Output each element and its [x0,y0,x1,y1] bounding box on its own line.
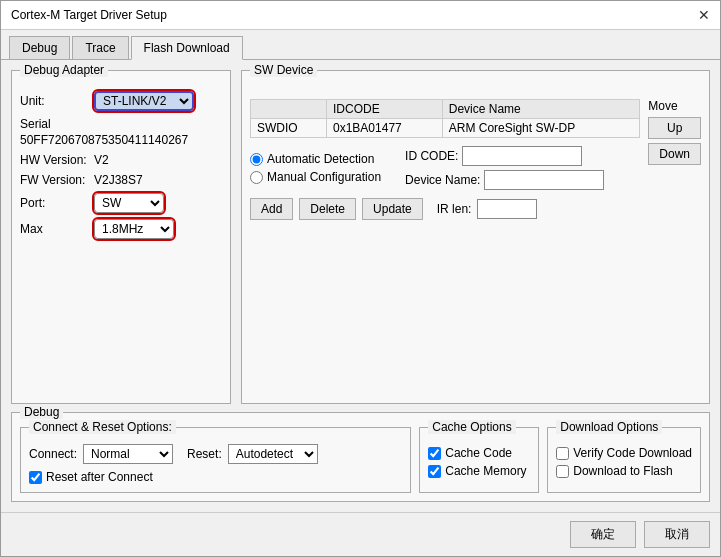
unit-row: Unit: ST-LINK/V2 ST-LINK/V3 [20,91,222,111]
move-down-button[interactable]: Down [648,143,701,165]
connect-reset-title: Connect & Reset Options: [29,420,176,434]
move-label: Move [648,99,701,113]
ok-button[interactable]: 确定 [570,521,636,548]
debug-group-title: Debug [20,405,63,419]
download-options-group: Download Options Verify Code Download Do… [547,427,701,493]
reset-select[interactable]: Autodetect SW Reset HW Reset [228,444,318,464]
sw-device-group: SW Device IDCODE Device Name [241,70,710,404]
idcode-value: 0x1BA01477 [327,119,443,138]
serial-label: Serial [20,117,51,131]
max-select[interactable]: 1.8MHz 3.6MHz 7.2MHz [94,219,174,239]
sw-device-table-wrap: IDCODE Device Name SWDIO 0x1BA01477 ARM … [250,85,640,220]
reset-label: Reset: [187,447,222,461]
cache-options-group: Cache Options Cache Code Cache Memory [419,427,539,493]
id-code-input[interactable] [462,146,582,166]
move-up-button[interactable]: Up [648,117,701,139]
sw-device-inner: IDCODE Device Name SWDIO 0x1BA01477 ARM … [250,85,701,220]
device-name-row: Device Name: [405,170,604,190]
cache-code-checkbox[interactable] [428,447,441,460]
hw-version-row: HW Version: V2 [20,153,222,167]
col-device-name: Device Name [442,100,640,119]
ir-len-label: IR len: [437,202,472,216]
col-idcode: IDCODE [327,100,443,119]
verify-code-label: Verify Code Download [573,446,692,460]
tab-flash-download[interactable]: Flash Download [131,36,243,60]
port-label: Port: [20,196,90,210]
id-code-row: ID CODE: [405,146,604,166]
connect-label: Connect: [29,447,77,461]
fw-version-row: FW Version: V2J38S7 [20,173,222,187]
move-buttons: Move Up Down [648,99,701,220]
serial-value: 50FF720670875350411140267 [20,133,188,147]
auto-detection-row: Automatic Detection [250,152,381,166]
verify-code-row: Verify Code Download [556,446,692,460]
reset-after-connect-label: Reset after Connect [46,470,153,484]
download-to-flash-checkbox[interactable] [556,465,569,478]
download-options-title: Download Options [556,420,662,434]
serial-value-row: 50FF720670875350411140267 [20,133,222,147]
table-row: SWDIO 0x1BA01477 ARM CoreSight SW-DP [251,119,640,138]
cache-options-title: Cache Options [428,420,515,434]
hw-version-label: HW Version: [20,153,90,167]
tab-trace[interactable]: Trace [72,36,128,59]
connect-reset-section: Connect & Reset Options: Connect: Normal… [20,427,411,493]
manual-config-radio[interactable] [250,171,263,184]
debug-adapter-group: Debug Adapter Unit: ST-LINK/V2 ST-LINK/V… [11,70,231,404]
port-select[interactable]: SW JTAG [94,193,164,213]
debug-group: Debug Connect & Reset Options: Connect: … [11,412,710,502]
max-row: Max 1.8MHz 3.6MHz 7.2MHz [20,219,222,239]
auto-manual-row: Automatic Detection Manual Configuration… [250,146,640,190]
device-name-value: ARM CoreSight SW-DP [442,119,640,138]
connect-reset-row: Connect: Normal under Reset with Pre-res… [29,444,402,464]
auto-detection-label: Automatic Detection [267,152,374,166]
swdio-label: SWDIO [251,119,327,138]
serial-row: Serial [20,117,222,131]
fw-version-value: V2J38S7 [94,173,143,187]
window-title: Cortex-M Target Driver Setup [11,8,167,22]
sw-device-table: IDCODE Device Name SWDIO 0x1BA01477 ARM … [250,99,640,138]
download-to-flash-label: Download to Flash [573,464,672,478]
id-code-label: ID CODE: [405,149,458,163]
cache-code-row: Cache Code [428,446,530,460]
connect-select[interactable]: Normal under Reset with Pre-reset [83,444,173,464]
close-button[interactable]: ✕ [698,7,710,23]
unit-label: Unit: [20,94,90,108]
id-device-group: ID CODE: Device Name: [405,146,604,190]
unit-select[interactable]: ST-LINK/V2 ST-LINK/V3 [94,91,194,111]
port-row: Port: SW JTAG [20,193,222,213]
sw-device-title: SW Device [250,63,317,77]
main-content: Debug Adapter Unit: ST-LINK/V2 ST-LINK/V… [1,60,720,512]
reset-after-connect-checkbox[interactable] [29,471,42,484]
hw-version-value: V2 [94,153,109,167]
cache-code-label: Cache Code [445,446,512,460]
tab-debug[interactable]: Debug [9,36,70,59]
reset-after-row: Reset after Connect [29,470,402,484]
manual-config-row: Manual Configuration [250,170,381,184]
device-name-input[interactable] [484,170,604,190]
tab-bar: Debug Trace Flash Download [1,30,720,60]
button-row: Add Delete Update IR len: [250,198,640,220]
main-window: Cortex-M Target Driver Setup ✕ Debug Tra… [0,0,721,557]
debug-adapter-title: Debug Adapter [20,63,108,77]
manual-config-label: Manual Configuration [267,170,381,184]
cache-memory-label: Cache Memory [445,464,526,478]
add-button[interactable]: Add [250,198,293,220]
ir-len-input[interactable] [477,199,537,219]
radio-group: Automatic Detection Manual Configuration [250,152,381,184]
device-name-label: Device Name: [405,173,480,187]
cache-memory-row: Cache Memory [428,464,530,478]
update-button[interactable]: Update [362,198,423,220]
footer: 确定 取消 [1,512,720,556]
verify-code-checkbox[interactable] [556,447,569,460]
auto-detection-radio[interactable] [250,153,263,166]
fw-version-label: FW Version: [20,173,90,187]
bottom-row: Connect & Reset Options: Connect: Normal… [20,427,701,493]
top-row: Debug Adapter Unit: ST-LINK/V2 ST-LINK/V… [11,70,710,404]
cache-memory-checkbox[interactable] [428,465,441,478]
download-to-flash-row: Download to Flash [556,464,692,478]
delete-button[interactable]: Delete [299,198,356,220]
cancel-button[interactable]: 取消 [644,521,710,548]
title-bar: Cortex-M Target Driver Setup ✕ [1,1,720,30]
max-label: Max [20,222,90,236]
